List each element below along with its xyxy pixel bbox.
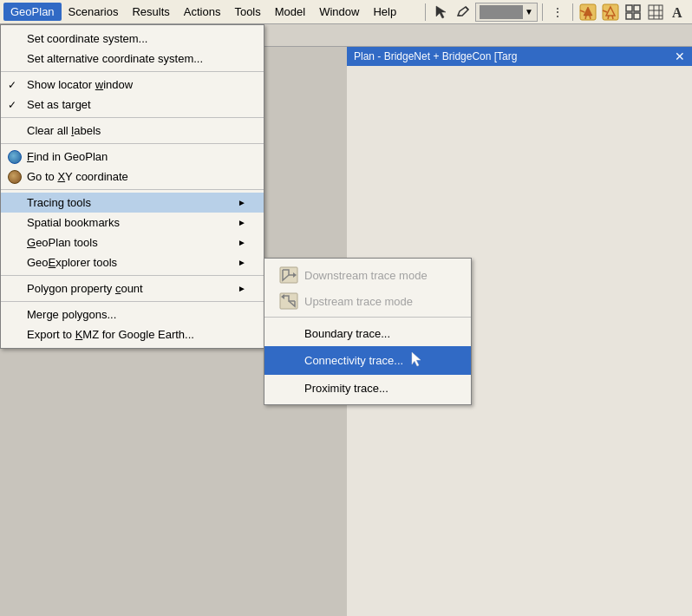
menubar-item-actions[interactable]: Actions bbox=[177, 3, 228, 21]
menubar-item-scenarios[interactable]: Scenarios bbox=[62, 3, 126, 21]
grid-icon[interactable] bbox=[623, 2, 643, 23]
color-dropdown[interactable]: ▼ bbox=[475, 3, 538, 22]
menu-item-goto-xy-label: Go to XY coordinate bbox=[27, 170, 128, 183]
menu-item-show-locator[interactable]: ✓ Show locator window bbox=[1, 75, 264, 95]
menu-item-geoexplorer-tools[interactable]: GeoExplorer tools ► bbox=[1, 252, 264, 272]
upstream-trace-label: Upstream trace mode bbox=[304, 295, 413, 308]
menu-item-merge-polygons-label: Merge polygons... bbox=[27, 308, 116, 321]
connectivity-trace-label: Connectivity trace... bbox=[304, 354, 403, 367]
geoplan-dropdown-menu: Set coordinate system... Set alternative… bbox=[0, 24, 264, 349]
menubar-item-model[interactable]: Model bbox=[268, 3, 312, 21]
check-set-target: ✓ bbox=[8, 99, 16, 111]
menu-item-geoplan-tools[interactable]: GeoPlan tools ► bbox=[1, 233, 264, 252]
menu-item-polygon-count-label: Polygon property count bbox=[27, 282, 143, 295]
menubar-item-results[interactable]: Results bbox=[125, 3, 176, 21]
svg-rect-4 bbox=[626, 5, 632, 11]
map-title-bar: Plan - BridgeNet + BridgeCon [Targ ✕ bbox=[347, 47, 692, 66]
cursor-indicator bbox=[410, 351, 424, 370]
menu-item-set-target[interactable]: ✓ Set as target bbox=[1, 95, 264, 115]
connectivity-trace-icon bbox=[278, 352, 299, 370]
globe2-icon bbox=[8, 170, 22, 184]
trace-icon-1[interactable] bbox=[578, 2, 598, 23]
menu-item-tracing-tools-label: Tracing tools bbox=[27, 196, 91, 209]
menu-item-set-coord-label: Set coordinate system... bbox=[27, 32, 147, 45]
menu-item-merge-polygons[interactable]: Merge polygons... bbox=[1, 305, 264, 324]
menu-item-clear-labels[interactable]: Clear all labels bbox=[1, 121, 264, 141]
menu-item-set-target-label: Set as target bbox=[27, 98, 91, 111]
svg-rect-6 bbox=[626, 13, 632, 19]
menu-item-export-kmz-label: Export to KMZ for Google Earth... bbox=[27, 328, 194, 341]
tracing-tools-arrow: ► bbox=[220, 198, 246, 207]
submenu-item-proximity-trace[interactable]: Proximity trace... bbox=[264, 375, 471, 401]
menu-item-find-geoplan-label: Find in GeoPlan bbox=[27, 150, 108, 163]
toolbar-separator-1 bbox=[425, 3, 426, 21]
toolbar-separator-3 bbox=[572, 3, 573, 21]
separator-1 bbox=[1, 71, 264, 72]
menubar-item-geoplan[interactable]: GeoPlan bbox=[3, 3, 62, 21]
menu-item-geoplan-tools-label: GeoPlan tools bbox=[27, 236, 98, 249]
svg-text:A: A bbox=[672, 5, 682, 20]
menu-item-spatial-bookmarks-label: Spatial bookmarks bbox=[27, 216, 120, 229]
proximity-trace-label: Proximity trace... bbox=[304, 382, 388, 395]
separator-5 bbox=[1, 275, 264, 276]
proximity-trace-icon bbox=[278, 379, 299, 396]
svg-rect-8 bbox=[649, 5, 663, 19]
submenu-item-boundary-trace[interactable]: Boundary trace... bbox=[264, 320, 471, 346]
spatial-bookmarks-arrow: ► bbox=[220, 218, 246, 227]
menu-item-goto-xy[interactable]: Go to XY coordinate bbox=[1, 167, 264, 187]
separator-4 bbox=[1, 189, 264, 190]
menubar: GeoPlan Scenarios Results Actions Tools … bbox=[0, 0, 692, 24]
submenu-item-connectivity-trace[interactable]: Connectivity trace... bbox=[264, 346, 471, 375]
separator-6 bbox=[1, 301, 264, 302]
menu-item-geoexplorer-tools-label: GeoExplorer tools bbox=[27, 256, 117, 269]
separator-2 bbox=[1, 117, 264, 118]
trace-icon-2[interactable] bbox=[600, 2, 621, 23]
upstream-trace-icon bbox=[278, 292, 299, 310]
toolbar-separator-2 bbox=[542, 3, 543, 21]
submenu-item-upstream-trace[interactable]: Upstream trace mode bbox=[264, 288, 471, 314]
grid2-icon[interactable] bbox=[645, 2, 666, 23]
svg-rect-5 bbox=[634, 5, 640, 11]
boundary-trace-label: Boundary trace... bbox=[304, 327, 390, 340]
downstream-trace-icon bbox=[278, 266, 299, 284]
menu-item-tracing-tools[interactable]: Tracing tools ► bbox=[1, 193, 264, 213]
pencil-icon[interactable] bbox=[453, 2, 473, 23]
globe-icon bbox=[8, 150, 22, 164]
goto-xy-icon bbox=[6, 170, 23, 184]
map-title-text: Plan - BridgeNet + BridgeCon [Targ bbox=[354, 50, 517, 62]
menubar-item-tools[interactable]: Tools bbox=[227, 3, 267, 21]
boundary-trace-icon bbox=[278, 324, 299, 342]
menu-item-show-locator-label: Show locator window bbox=[27, 78, 133, 91]
menu-item-export-kmz[interactable]: Export to KMZ for Google Earth... bbox=[1, 324, 264, 344]
menubar-item-help[interactable]: Help bbox=[366, 3, 403, 21]
separator-3 bbox=[1, 143, 264, 144]
find-geoplan-icon bbox=[6, 150, 23, 164]
menu-item-set-alt-coord-label: Set alternative coordinate system... bbox=[27, 52, 203, 65]
geoexplorer-tools-arrow: ► bbox=[220, 258, 246, 267]
check-show-locator: ✓ bbox=[8, 79, 16, 91]
tracing-submenu: Downstream trace mode Upstream trace mod… bbox=[264, 258, 472, 405]
text-icon[interactable]: A bbox=[668, 2, 689, 23]
menu-item-set-coord[interactable]: Set coordinate system... bbox=[1, 29, 264, 49]
menu-item-clear-labels-label: Clear all labels bbox=[27, 124, 101, 137]
menu-item-polygon-count[interactable]: Polygon property count ► bbox=[1, 279, 264, 298]
svg-rect-7 bbox=[634, 13, 640, 19]
geoplan-tools-arrow: ► bbox=[220, 238, 246, 247]
submenu-item-downstream-trace[interactable]: Downstream trace mode bbox=[264, 262, 471, 288]
menu-item-find-geoplan[interactable]: Find in GeoPlan bbox=[1, 147, 264, 167]
submenu-separator bbox=[264, 317, 471, 318]
menubar-item-window[interactable]: Window bbox=[312, 3, 366, 21]
map-close-button[interactable]: ✕ bbox=[675, 49, 685, 63]
polygon-count-arrow: ► bbox=[220, 284, 246, 293]
arrow-icon[interactable] bbox=[430, 2, 451, 23]
downstream-trace-label: Downstream trace mode bbox=[304, 269, 428, 282]
menu-item-spatial-bookmarks[interactable]: Spatial bookmarks ► bbox=[1, 213, 264, 233]
dots-icon[interactable]: ⋮ bbox=[547, 2, 568, 23]
menu-item-set-alt-coord[interactable]: Set alternative coordinate system... bbox=[1, 49, 264, 69]
